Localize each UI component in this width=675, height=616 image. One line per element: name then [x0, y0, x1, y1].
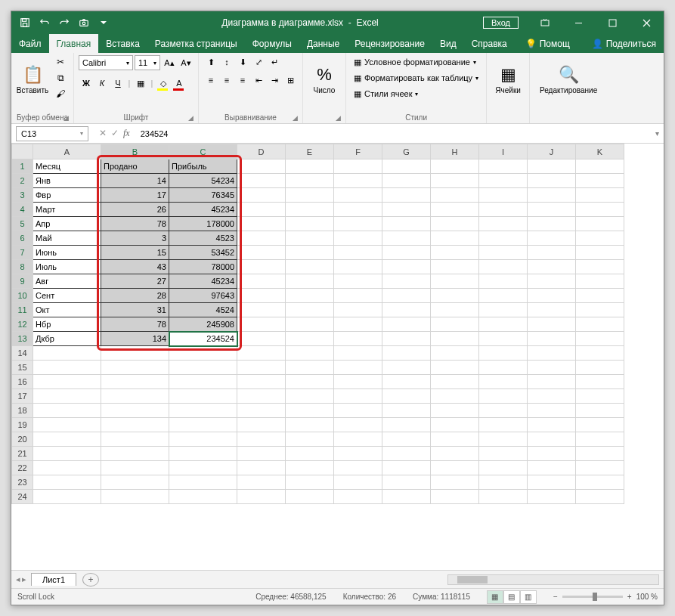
cell-J23[interactable]	[528, 475, 576, 490]
share-button[interactable]: 👤Поделиться	[584, 34, 664, 53]
cell-F24[interactable]	[334, 490, 382, 504]
cell-G7[interactable]	[382, 246, 431, 260]
cell-C7[interactable]: 53452	[169, 246, 237, 260]
tab-view[interactable]: Вид	[432, 34, 464, 53]
cell-E11[interactable]	[286, 303, 334, 317]
cell-K22[interactable]	[576, 461, 624, 475]
clipboard-launcher-icon[interactable]: ◢	[63, 114, 69, 122]
camera-icon[interactable]	[75, 14, 93, 32]
format-as-table-button[interactable]: ▦Форматировать как таблицу▾	[351, 70, 481, 85]
font-name-select[interactable]: Calibri▾	[79, 55, 133, 70]
cell-I18[interactable]	[479, 404, 528, 418]
cell-B14[interactable]	[101, 346, 169, 361]
cell-K9[interactable]	[576, 274, 624, 289]
cell-I20[interactable]	[479, 432, 528, 447]
cell-I17[interactable]	[479, 389, 528, 404]
cell-I2[interactable]	[479, 174, 528, 188]
save-icon[interactable]	[16, 14, 34, 32]
cell-styles-button[interactable]: ▦Стили ячеек▾	[351, 86, 481, 101]
cell-H8[interactable]	[431, 260, 479, 274]
cell-D13[interactable]	[237, 332, 286, 346]
cell-B13[interactable]: 134	[101, 332, 169, 346]
cell-K4[interactable]	[576, 203, 624, 217]
row-header-1[interactable]: 1	[12, 159, 33, 174]
cell-J5[interactable]	[528, 217, 576, 231]
cells-button[interactable]: ▦ Ячейки	[491, 54, 525, 104]
align-middle-icon[interactable]: ↕	[219, 54, 234, 70]
tab-file[interactable]: Файл	[11, 34, 49, 53]
cell-H15[interactable]	[431, 361, 479, 375]
cell-E21[interactable]	[286, 447, 334, 461]
cell-H4[interactable]	[431, 203, 479, 217]
cell-F1[interactable]	[334, 159, 382, 174]
cell-E6[interactable]	[286, 231, 334, 246]
column-header-F[interactable]: F	[334, 144, 382, 159]
cell-J14[interactable]	[528, 346, 576, 361]
cell-C18[interactable]	[169, 404, 237, 418]
cell-F5[interactable]	[334, 217, 382, 231]
cell-C6[interactable]: 4523	[169, 231, 237, 246]
row-header-22[interactable]: 22	[12, 461, 33, 475]
row-header-10[interactable]: 10	[12, 289, 33, 303]
cell-G11[interactable]	[382, 303, 431, 317]
cell-E4[interactable]	[286, 203, 334, 217]
enter-formula-icon[interactable]: ✓	[111, 128, 119, 139]
row-header-5[interactable]: 5	[12, 217, 33, 231]
cell-K20[interactable]	[576, 432, 624, 447]
shrink-font-icon[interactable]: A▾	[178, 55, 194, 70]
cell-H9[interactable]	[431, 274, 479, 289]
cell-G5[interactable]	[382, 217, 431, 231]
cell-A16[interactable]	[33, 375, 101, 389]
cell-A4[interactable]: Март	[33, 203, 101, 217]
cell-H20[interactable]	[431, 432, 479, 447]
cell-D22[interactable]	[237, 461, 286, 475]
copy-icon[interactable]: ⧉	[52, 70, 69, 85]
orientation-icon[interactable]: ⤢	[251, 54, 266, 70]
cell-C20[interactable]	[169, 432, 237, 447]
column-header-J[interactable]: J	[528, 144, 576, 159]
redo-icon[interactable]	[55, 14, 73, 32]
cell-C3[interactable]: 76345	[169, 188, 237, 203]
borders-icon[interactable]: ▦	[133, 76, 148, 91]
cell-I3[interactable]	[479, 188, 528, 203]
italic-button[interactable]: К	[94, 76, 110, 91]
cell-C23[interactable]	[169, 475, 237, 490]
cell-E10[interactable]	[286, 289, 334, 303]
cell-F20[interactable]	[334, 432, 382, 447]
insert-function-icon[interactable]: fx	[123, 128, 130, 139]
cell-A3[interactable]: Фвр	[33, 188, 101, 203]
cell-D12[interactable]	[237, 317, 286, 332]
cell-F11[interactable]	[334, 303, 382, 317]
cell-C22[interactable]	[169, 461, 237, 475]
cell-K12[interactable]	[576, 317, 624, 332]
sheet-nav-next-icon[interactable]: ▸	[22, 574, 26, 584]
cell-I11[interactable]	[479, 303, 528, 317]
column-header-B[interactable]: B	[101, 144, 169, 159]
zoom-out-icon[interactable]: −	[553, 593, 558, 601]
cell-B8[interactable]: 43	[101, 260, 169, 274]
cell-G19[interactable]	[382, 418, 431, 432]
cell-B10[interactable]: 28	[101, 289, 169, 303]
align-center-icon[interactable]: ≡	[219, 73, 234, 88]
cell-B6[interactable]: 3	[101, 231, 169, 246]
cancel-formula-icon[interactable]: ✕	[99, 128, 107, 139]
cell-C13[interactable]: 234524	[169, 332, 237, 346]
cell-B9[interactable]: 27	[101, 274, 169, 289]
sheet-nav-prev-icon[interactable]: ◂	[16, 574, 20, 584]
cell-H19[interactable]	[431, 418, 479, 432]
cell-A20[interactable]	[33, 432, 101, 447]
cell-F23[interactable]	[334, 475, 382, 490]
cell-I21[interactable]	[479, 447, 528, 461]
cell-K1[interactable]	[576, 159, 624, 174]
cell-H24[interactable]	[431, 490, 479, 504]
cell-G24[interactable]	[382, 490, 431, 504]
cell-E2[interactable]	[286, 174, 334, 188]
cell-H22[interactable]	[431, 461, 479, 475]
cell-H23[interactable]	[431, 475, 479, 490]
cell-H21[interactable]	[431, 447, 479, 461]
cell-H1[interactable]	[431, 159, 479, 174]
cell-K14[interactable]	[576, 346, 624, 361]
cell-D2[interactable]	[237, 174, 286, 188]
cell-G17[interactable]	[382, 389, 431, 404]
cell-J20[interactable]	[528, 432, 576, 447]
